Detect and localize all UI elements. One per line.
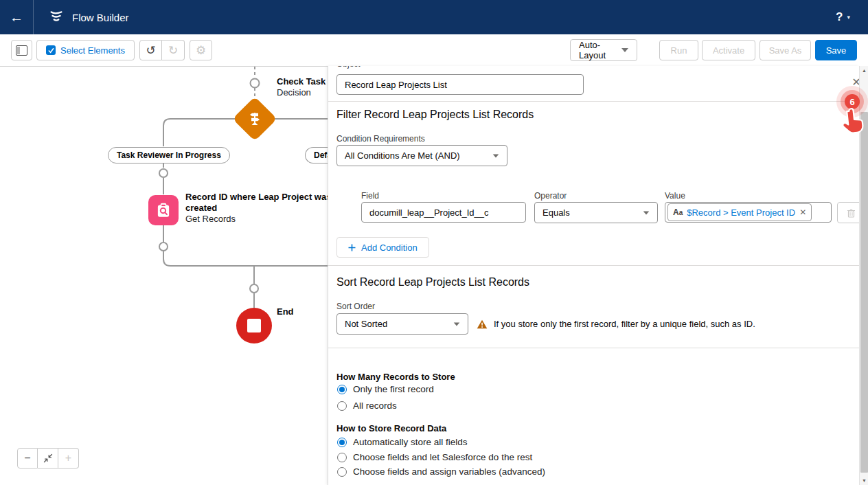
settings-button[interactable]: ⚙ bbox=[190, 40, 212, 60]
back-button[interactable]: ← bbox=[0, 0, 34, 34]
radio-choose-fields-salesforce[interactable]: Choose fields and let Salesforce do the … bbox=[337, 452, 532, 462]
minus-icon: − bbox=[24, 452, 30, 464]
sort-warning: If you store only the first record, filt… bbox=[477, 319, 755, 329]
decision-title: Check Task F bbox=[277, 76, 334, 87]
sort-heading: Sort Record Leap Projects List Records bbox=[336, 276, 529, 289]
plus-icon: + bbox=[65, 452, 71, 464]
radio-label: Choose fields and let Salesforce do the … bbox=[353, 452, 532, 462]
record-lookup-icon bbox=[155, 201, 172, 219]
activate-button[interactable]: Activate bbox=[702, 40, 755, 60]
radio-label: Automatically store all fields bbox=[353, 437, 468, 447]
chevron-down-icon bbox=[621, 48, 628, 52]
zoom-fit-button[interactable] bbox=[38, 448, 58, 469]
radio-choose-fields-advanced[interactable]: Choose fields and assign variables (adva… bbox=[337, 466, 545, 477]
radio-only-first-record[interactable]: Only the first record bbox=[337, 384, 434, 394]
activate-label: Activate bbox=[713, 45, 744, 56]
operator-dropdown[interactable]: Equals bbox=[534, 202, 658, 223]
gear-icon: ⚙ bbox=[196, 45, 206, 56]
warning-icon bbox=[477, 319, 488, 329]
warning-text: If you store only the first record, filt… bbox=[494, 319, 755, 329]
radio-icon bbox=[337, 385, 347, 394]
remove-value-icon[interactable]: ✕ bbox=[799, 207, 806, 217]
radio-icon bbox=[337, 453, 347, 462]
flow-connectors bbox=[0, 67, 328, 485]
save-as-button[interactable]: Save As bbox=[760, 40, 811, 60]
run-label: Run bbox=[671, 45, 687, 56]
sort-order-dropdown[interactable]: Not Sorted bbox=[336, 313, 468, 335]
chevron-down-icon: ▾ bbox=[847, 14, 850, 21]
divider bbox=[328, 348, 860, 348]
value-pill[interactable]: Aa $Record > Event Project ID ✕ bbox=[667, 203, 812, 221]
value-input[interactable]: Aa $Record > Event Project ID ✕ bbox=[665, 202, 832, 223]
save-button[interactable]: Save bbox=[815, 40, 857, 60]
zoom-out-button[interactable]: − bbox=[17, 448, 38, 469]
object-value: Record Leap Projects List bbox=[345, 80, 447, 90]
how-store-heading: How to Store Record Data bbox=[336, 423, 446, 433]
radio-icon bbox=[337, 467, 347, 477]
select-elements-button[interactable]: Select Elements bbox=[36, 40, 135, 60]
fit-view-icon bbox=[43, 453, 53, 463]
run-button[interactable]: Run bbox=[659, 40, 698, 60]
radio-auto-store-all-fields[interactable]: Automatically store all fields bbox=[337, 437, 468, 447]
divider bbox=[328, 101, 860, 102]
get-records-title-2: created bbox=[185, 203, 331, 214]
select-elements-label: Select Elements bbox=[60, 45, 125, 56]
app-header: ← Flow Builder ? ▾ bbox=[0, 0, 868, 34]
field-label: Field bbox=[361, 191, 379, 201]
end-node[interactable] bbox=[236, 308, 272, 343]
field-input[interactable]: documill_leap__Project_Id__c bbox=[361, 202, 526, 223]
flow-builder-logo-icon bbox=[49, 8, 64, 26]
branch-label-task-reviewer[interactable]: Task Reviewer In Progress bbox=[108, 147, 230, 163]
scrollbar-thumb[interactable] bbox=[860, 112, 868, 473]
radio-icon bbox=[337, 438, 347, 447]
close-icon[interactable]: ✕ bbox=[850, 76, 860, 88]
redo-button[interactable]: ↻ bbox=[162, 40, 185, 60]
add-condition-button[interactable]: Add Condition bbox=[336, 237, 429, 258]
back-arrow-icon: ← bbox=[10, 10, 23, 25]
get-records-node-label[interactable]: Record ID where Leap Project was created… bbox=[185, 192, 331, 225]
delete-condition-button[interactable] bbox=[837, 202, 860, 223]
radio-all-records[interactable]: All records bbox=[337, 401, 397, 411]
signpost-icon bbox=[247, 111, 263, 127]
condition-requirements-label: Condition Requirements bbox=[336, 134, 425, 144]
operator-value: Equals bbox=[542, 207, 570, 218]
end-text: End bbox=[277, 306, 294, 317]
toggle-toolbox-button[interactable] bbox=[11, 40, 32, 60]
undo-button[interactable]: ↺ bbox=[139, 40, 162, 60]
toolbar: Select Elements ↺ ↻ ⚙ Auto-Layout Run Ac… bbox=[0, 34, 868, 67]
branch-left-text: Task Reviewer In Progress bbox=[117, 150, 221, 160]
auto-layout-dropdown[interactable]: Auto-Layout bbox=[570, 39, 637, 61]
hand-pointer-icon bbox=[838, 106, 867, 140]
stop-square-icon bbox=[247, 319, 261, 332]
filter-heading: Filter Record Leap Projects List Records bbox=[336, 109, 534, 121]
record-config-panel: Object Record Leap Projects List ✕ Filte… bbox=[328, 66, 860, 485]
condition-requirements-value: All Conditions Are Met (AND) bbox=[345, 150, 460, 161]
save-as-label: Save As bbox=[769, 45, 802, 56]
end-node-label: End bbox=[277, 306, 294, 317]
chevron-down-icon bbox=[493, 154, 499, 157]
radio-label: All records bbox=[353, 401, 397, 411]
zoom-in-button[interactable]: + bbox=[58, 448, 79, 469]
annotation-number: 6 bbox=[849, 97, 854, 107]
get-records-node[interactable] bbox=[148, 195, 179, 225]
auto-layout-label: Auto-Layout bbox=[579, 40, 621, 60]
value-label: Value bbox=[665, 191, 685, 201]
field-value: documill_leap__Project_Id__c bbox=[369, 207, 488, 218]
object-input[interactable]: Record Leap Projects List bbox=[336, 74, 584, 95]
scroll-up-icon[interactable]: ▲ bbox=[860, 66, 868, 75]
get-records-title-1: Record ID where Leap Project was bbox=[185, 192, 331, 203]
condition-requirements-dropdown[interactable]: All Conditions Are Met (AND) bbox=[336, 145, 507, 166]
object-label: Object bbox=[336, 66, 361, 69]
operator-label: Operator bbox=[534, 191, 567, 201]
sort-order-value: Not Sorted bbox=[345, 319, 387, 329]
scroll-down-icon[interactable]: ▼ bbox=[860, 476, 868, 485]
help-menu[interactable]: ? ▾ bbox=[836, 0, 850, 34]
plus-icon bbox=[348, 244, 356, 251]
app-title: Flow Builder bbox=[72, 12, 129, 23]
chevron-down-icon bbox=[454, 322, 460, 326]
save-label: Save bbox=[826, 45, 847, 56]
undo-icon: ↺ bbox=[146, 45, 155, 56]
decision-node-label[interactable]: Check Task F Decision bbox=[277, 76, 334, 98]
checkbox-icon bbox=[46, 45, 56, 55]
get-records-type: Get Records bbox=[185, 214, 236, 224]
